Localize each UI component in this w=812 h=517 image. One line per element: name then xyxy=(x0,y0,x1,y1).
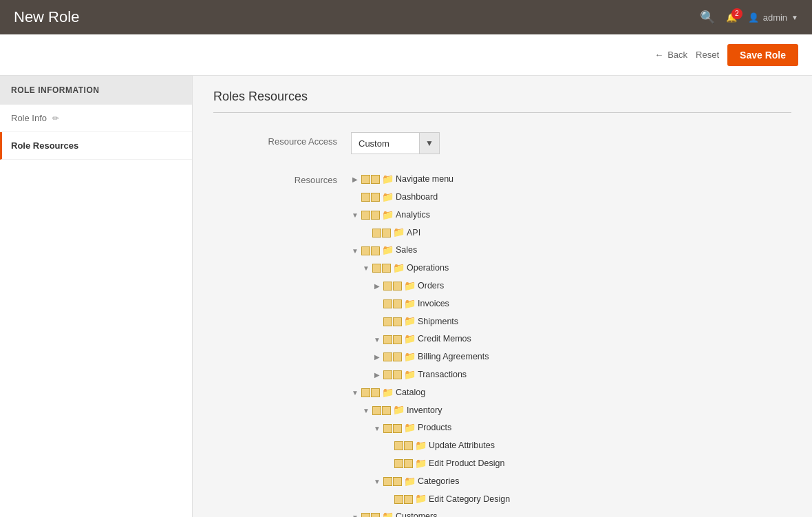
tree-cb-transactions[interactable] xyxy=(383,370,392,379)
tree-arrow-transactions: ▶ xyxy=(373,369,381,381)
header: New Role 🔍 🔔 2 👤 admin ▼ xyxy=(0,0,812,34)
tree-cb-group-orders xyxy=(383,282,402,291)
tree-item-invoices[interactable]: 📁 Invoices xyxy=(373,295,563,313)
save-role-button[interactable]: Save Role xyxy=(727,44,798,66)
tree-cb2-transactions[interactable] xyxy=(393,370,402,379)
tree-cb-catalog[interactable] xyxy=(361,388,370,397)
tree-cb-api[interactable] xyxy=(372,229,381,238)
tree-cb-analytics[interactable] xyxy=(361,211,370,220)
tree-item-update-attributes[interactable]: 📁 Update Attributes xyxy=(384,437,563,455)
search-icon[interactable]: 🔍 xyxy=(700,10,715,25)
tree-arrow-dashboard xyxy=(351,191,359,203)
tree-cb2-invoices[interactable] xyxy=(393,299,402,308)
resource-access-select[interactable]: Custom All xyxy=(351,132,420,154)
folder-icon: 📁 xyxy=(404,278,416,295)
tree-arrow-orders: ▶ xyxy=(373,280,381,292)
tree-cb2-dashboard[interactable] xyxy=(371,193,380,202)
page-content: ROLE INFORMATION Role Info ✏ Role Resour… xyxy=(0,76,812,517)
tree-label-api: API xyxy=(407,226,420,240)
tree-cb-sales[interactable] xyxy=(361,246,370,255)
tree-item-analytics[interactable]: ▼ 📁 Analytics xyxy=(351,207,563,224)
tree-cb2-edit-product-design[interactable] xyxy=(404,459,413,468)
tree-cb-dashboard[interactable] xyxy=(361,193,370,202)
tree-cb-group-credit-memos xyxy=(383,335,402,344)
tree-item-api[interactable]: 📁 API xyxy=(362,224,563,242)
tree-item-credit-memos[interactable]: ▼ 📁 Credit Memos xyxy=(373,330,563,348)
admin-user-menu[interactable]: 👤 admin ▼ xyxy=(748,12,798,23)
tree-cb2-edit-category-design[interactable] xyxy=(404,495,413,504)
tree-label-inventory: Inventory xyxy=(407,403,442,418)
tree-cb2-categories[interactable] xyxy=(393,477,402,486)
tree-item-catalog[interactable]: ▼ 📁 Catalog xyxy=(351,384,563,402)
tree-cb-group-navigate-menu xyxy=(361,175,380,184)
tree-cb2-customers[interactable] xyxy=(371,513,380,517)
tree-cb-operations[interactable] xyxy=(372,264,381,273)
tree-label-edit-category-design: Edit Category Design xyxy=(429,492,510,507)
tree-cb2-navigate-menu[interactable] xyxy=(371,175,380,184)
tree-cb-categories[interactable] xyxy=(383,477,392,486)
tree-cb2-billing-agreements[interactable] xyxy=(393,352,402,361)
tree-cb-products[interactable] xyxy=(383,424,392,433)
tree-item-edit-product-design[interactable]: 📁 Edit Product Design xyxy=(384,455,563,473)
tree-cb-orders[interactable] xyxy=(383,282,392,291)
tree-item-shipments[interactable]: 📁 Shipments xyxy=(373,313,563,330)
tree-cb-group-shipments xyxy=(383,317,402,326)
tree-cb-edit-product-design[interactable] xyxy=(394,459,403,468)
tree-cb2-products[interactable] xyxy=(393,424,402,433)
reset-button[interactable]: Reset xyxy=(696,50,719,60)
tree-item-customers[interactable]: ▼ 📁 Customers xyxy=(351,508,563,517)
tree-label-analytics: Analytics xyxy=(396,208,430,222)
back-button[interactable]: ← Back xyxy=(654,50,687,60)
resources-label: Resources xyxy=(213,171,337,185)
tree-cb2-credit-memos[interactable] xyxy=(393,335,402,344)
tree-cb-customers[interactable] xyxy=(361,513,370,517)
tree-cb-shipments[interactable] xyxy=(383,317,392,326)
tree-item-inventory[interactable]: ▼ 📁 Inventory xyxy=(362,401,563,419)
tree-cb-group-dashboard xyxy=(361,193,380,202)
tree-item-sales[interactable]: ▼ 📁 Sales xyxy=(351,242,563,260)
tree-cb-group-catalog xyxy=(361,388,380,397)
chevron-down-icon: ▼ xyxy=(791,14,798,21)
tree-cb-edit-category-design[interactable] xyxy=(394,495,403,504)
tree-cb2-orders[interactable] xyxy=(393,282,402,291)
tree-cb-invoices[interactable] xyxy=(383,299,392,308)
tree-item-edit-category-design[interactable]: 📁 Edit Category Design xyxy=(384,490,563,508)
tree-cb-group-categories xyxy=(383,477,402,486)
tree-label-customers: Customers xyxy=(396,509,437,517)
tree-cb2-api[interactable] xyxy=(382,229,391,238)
back-arrow-icon: ← xyxy=(654,50,663,60)
sidebar-item-role-resources[interactable]: Role Resources xyxy=(0,132,192,160)
tree-cb2-operations[interactable] xyxy=(382,264,391,273)
tree-item-dashboard[interactable]: 📁 Dashboard xyxy=(351,189,563,207)
tree-cb-inventory[interactable] xyxy=(372,406,381,415)
tree-item-categories[interactable]: ▼ 📁 Categories xyxy=(373,473,563,491)
tree-cb2-shipments[interactable] xyxy=(393,317,402,326)
tree-item-navigate-menu[interactable]: ▶ 📁 Navigate menu xyxy=(351,171,563,189)
tree-cb-navigate-menu[interactable] xyxy=(361,175,370,184)
tree-item-products[interactable]: ▼ 📁 Products xyxy=(373,419,563,437)
notification-bell[interactable]: 🔔 2 xyxy=(726,12,737,23)
dropdown-toggle-button[interactable]: ▼ xyxy=(420,132,440,154)
tree-arrow-catalog: ▼ xyxy=(351,387,359,399)
tree-item-orders[interactable]: ▶ 📁 Orders xyxy=(373,277,563,295)
tree-label-billing-agreements: Billing Agreements xyxy=(418,350,489,364)
folder-icon: 📁 xyxy=(404,296,416,313)
tree-label-operations: Operations xyxy=(407,261,449,275)
tree-item-billing-agreements[interactable]: ▶ 📁 Billing Agreements xyxy=(373,348,563,366)
tree-cb2-analytics[interactable] xyxy=(371,211,380,220)
tree-cb2-catalog[interactable] xyxy=(371,388,380,397)
tree-item-transactions[interactable]: ▶ 📁 Transactions xyxy=(373,366,563,384)
folder-icon: 📁 xyxy=(415,491,427,507)
tree-cb-update-attributes[interactable] xyxy=(394,441,403,450)
tree-arrow-billing-agreements: ▶ xyxy=(373,351,381,363)
tree-label-navigate-menu: Navigate menu xyxy=(396,172,453,187)
tree-cb2-inventory[interactable] xyxy=(382,406,391,415)
tree-cb-billing-agreements[interactable] xyxy=(383,352,392,361)
tree-cb2-sales[interactable] xyxy=(371,246,380,255)
sidebar-item-role-info[interactable]: Role Info ✏ xyxy=(0,105,192,132)
tree-label-edit-product-design: Edit Product Design xyxy=(429,456,504,471)
tree-cb2-update-attributes[interactable] xyxy=(404,441,413,450)
tree-arrow-inventory: ▼ xyxy=(362,405,370,416)
tree-cb-credit-memos[interactable] xyxy=(383,335,392,344)
tree-item-operations[interactable]: ▼ 📁 Operations xyxy=(362,260,563,277)
